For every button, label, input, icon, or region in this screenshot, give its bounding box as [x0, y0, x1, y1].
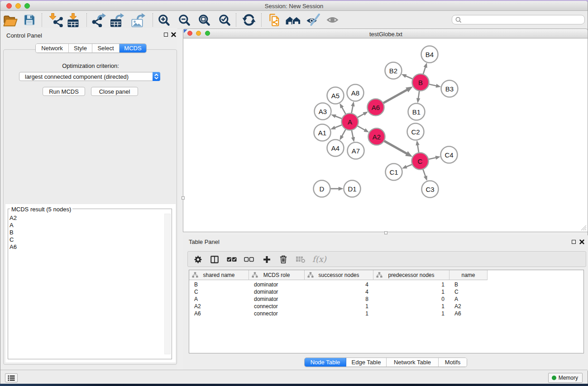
- close-panel-button[interactable]: Close panel: [91, 87, 138, 96]
- export-table-button[interactable]: [109, 12, 125, 28]
- edge-B-B2[interactable]: [405, 76, 413, 79]
- node-table: shared nameMCDS rolesuccessor nodesprede…: [189, 270, 584, 353]
- result-item[interactable]: A2: [10, 214, 163, 222]
- delete-column-button[interactable]: [277, 253, 290, 265]
- table-panel-close-icon[interactable]: [579, 239, 584, 244]
- edge-B-B4[interactable]: [423, 67, 426, 74]
- automation-panel-button[interactable]: [5, 373, 18, 382]
- search-input[interactable]: [464, 17, 584, 23]
- tab-select[interactable]: Select: [92, 44, 120, 52]
- table-cell: dominator: [249, 281, 305, 288]
- network-window-title: testGlobe.txt: [183, 31, 588, 38]
- table-panel-float-icon[interactable]: [572, 240, 576, 244]
- run-mcds-button[interactable]: Run MCDS: [43, 87, 85, 96]
- memory-button[interactable]: Memory: [548, 373, 583, 383]
- table-row[interactable]: Cdominator41C: [189, 288, 583, 295]
- network-window-titlebar[interactable]: testGlobe.txt: [183, 29, 588, 38]
- column-header-MCDS-role[interactable]: MCDS role: [249, 270, 305, 280]
- table-row[interactable]: A2connector11A2: [189, 303, 583, 310]
- toggle-panes-button[interactable]: [208, 253, 221, 265]
- table-cell: A: [189, 295, 249, 303]
- save-icon: [23, 14, 36, 26]
- edge-B-B1[interactable]: [418, 91, 420, 99]
- edge-A2-C[interactable]: [384, 141, 407, 154]
- edge-A-A7[interactable]: [352, 130, 354, 138]
- table-row[interactable]: A6connector11A6: [189, 310, 583, 317]
- table-cell: 1: [305, 303, 373, 310]
- table-cell: 1: [373, 303, 449, 310]
- hide-details-button[interactable]: [305, 12, 321, 28]
- clone-network-button[interactable]: [266, 12, 282, 28]
- tab-mcds[interactable]: MCDS: [120, 44, 146, 52]
- import-table-button[interactable]: [65, 12, 81, 28]
- tab-node-table[interactable]: Node Table: [305, 358, 346, 367]
- tab-network-table[interactable]: Network Table: [387, 358, 439, 367]
- deselect-all-rows-button[interactable]: [242, 253, 256, 265]
- edge-A-A3[interactable]: [335, 116, 342, 119]
- open-folder-icon: [3, 14, 18, 27]
- zoom-selected-button[interactable]: [216, 12, 233, 28]
- optimization-criterion-label: Optimization criterion:: [4, 62, 177, 69]
- zoom-in-button[interactable]: [156, 12, 172, 28]
- bottom-edge-grip[interactable]: [384, 231, 387, 234]
- control-panel-float-icon[interactable]: [164, 33, 168, 37]
- window-titlebar[interactable]: Session: New Session: [0, 1, 588, 11]
- export-image-button[interactable]: [130, 12, 146, 28]
- zoom-fit-button[interactable]: [196, 12, 212, 28]
- trash-icon: [279, 255, 288, 264]
- column-header-name[interactable]: name: [449, 270, 488, 280]
- control-panel-close-icon[interactable]: [171, 32, 176, 37]
- edge-B-B3[interactable]: [429, 84, 437, 86]
- edge-C-C4[interactable]: [428, 157, 436, 159]
- column-label: name: [461, 272, 475, 278]
- resize-grip-icon[interactable]: [581, 225, 587, 231]
- edge-C-C2[interactable]: [417, 144, 419, 152]
- export-image-icon: [131, 13, 145, 27]
- table-row[interactable]: Bdominator41B: [189, 281, 583, 288]
- tab-motifs[interactable]: Motifs: [439, 358, 467, 367]
- edge-A-A4[interactable]: [342, 129, 346, 137]
- table-cell: A2: [449, 303, 488, 310]
- tab-edge-table[interactable]: Edge Table: [346, 358, 387, 367]
- criterion-dropdown[interactable]: largest connected component (directed): [19, 72, 160, 81]
- edge-A-A5[interactable]: [342, 107, 346, 114]
- export-network-button[interactable]: [91, 12, 107, 28]
- select-all-rows-button[interactable]: [225, 253, 239, 265]
- edge-A-A6[interactable]: [357, 114, 364, 118]
- split-pane-icon: [210, 255, 219, 264]
- open-session-button[interactable]: [2, 12, 18, 28]
- column-header-predecessor-nodes[interactable]: predecessor nodes: [373, 270, 449, 280]
- edge-A-A8[interactable]: [351, 105, 353, 114]
- first-neighbors-button[interactable]: [285, 12, 301, 28]
- network-canvas[interactable]: AA1A2A3A4A5A6A7A8BB1B2B3B4CC1C2C3C4DD1: [183, 38, 588, 232]
- edge-A6-B[interactable]: [383, 90, 407, 103]
- node-label-B4: B4: [425, 51, 434, 58]
- edge-A-A1[interactable]: [334, 125, 342, 128]
- table-options-button[interactable]: [191, 253, 205, 265]
- table-cell: B: [189, 281, 249, 288]
- edge-C-C3[interactable]: [423, 169, 425, 177]
- mcds-result-scrollbar[interactable]: [164, 214, 171, 354]
- result-item[interactable]: A: [10, 222, 163, 229]
- left-edge-grip[interactable]: [182, 196, 185, 200]
- column-header-shared-name[interactable]: shared name: [189, 270, 249, 280]
- edge-C-C1[interactable]: [406, 164, 412, 167]
- tab-network[interactable]: Network: [36, 44, 69, 52]
- tab-style[interactable]: Style: [69, 44, 92, 52]
- show-details-button[interactable]: [324, 12, 340, 28]
- result-item[interactable]: A6: [10, 243, 163, 251]
- table-row[interactable]: Adominator80A: [189, 295, 583, 303]
- search-field[interactable]: [452, 15, 585, 24]
- mcds-result-list[interactable]: A2ABCA6: [10, 214, 163, 251]
- zoom-out-button[interactable]: [176, 12, 192, 28]
- column-header-successor-nodes[interactable]: successor nodes: [305, 270, 373, 280]
- edge-A-A2[interactable]: [357, 126, 365, 130]
- result-item[interactable]: C: [10, 236, 163, 243]
- network-graph[interactable]: AA1A2A3A4A5A6A7A8BB1B2B3B4CC1C2C3C4DD1: [183, 38, 588, 231]
- create-column-button[interactable]: [260, 253, 273, 265]
- import-network-button[interactable]: [48, 12, 64, 28]
- refresh-button[interactable]: [241, 12, 257, 28]
- result-item[interactable]: B: [10, 229, 163, 236]
- memory-status-dot: [552, 376, 556, 380]
- save-session-button[interactable]: [21, 12, 38, 28]
